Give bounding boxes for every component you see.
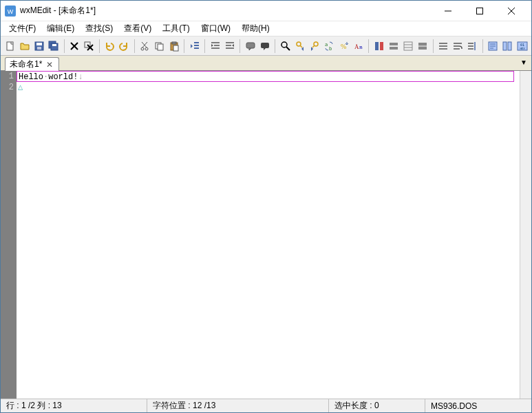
replace-button[interactable]: ab bbox=[323, 39, 336, 54]
svg-rect-25 bbox=[172, 42, 176, 44]
redo-button[interactable] bbox=[118, 39, 131, 54]
tab-dropdown-icon[interactable]: ▼ bbox=[520, 59, 527, 66]
bookmark-clear-button[interactable] bbox=[416, 39, 429, 54]
outdent-button[interactable] bbox=[209, 39, 222, 54]
svg-point-18 bbox=[141, 47, 144, 50]
wrap-window-button[interactable] bbox=[451, 39, 465, 54]
titlebar: W wxMEdit - [未命名1*] bbox=[1, 1, 531, 21]
menu-help[interactable]: 帮助(H) bbox=[236, 21, 275, 36]
svg-text:HEX: HEX bbox=[520, 47, 525, 50]
svg-text:W: W bbox=[8, 8, 14, 15]
svg-rect-36 bbox=[246, 43, 255, 48]
tab-file-1[interactable]: 未命名1* ✕ bbox=[5, 57, 59, 71]
app-icon: W bbox=[5, 6, 16, 17]
menu-search[interactable]: 查找(S) bbox=[80, 21, 118, 36]
menu-file[interactable]: 文件(F) bbox=[3, 21, 41, 36]
wrap-none-button[interactable] bbox=[436, 39, 449, 54]
status-char-pos: 字符位置 : 12 /13 bbox=[147, 399, 329, 412]
svg-line-43 bbox=[312, 45, 315, 47]
paste-button[interactable] bbox=[167, 39, 180, 54]
code-line-2: △ bbox=[17, 82, 520, 93]
svg-text:B: B bbox=[359, 45, 363, 50]
svg-point-38 bbox=[281, 42, 287, 47]
hex-mode-button[interactable]: 01HEX bbox=[515, 39, 529, 54]
svg-line-41 bbox=[300, 45, 302, 47]
svg-line-20 bbox=[142, 42, 147, 47]
svg-text:a: a bbox=[325, 42, 328, 47]
code-line-1: Hello·world!↓ bbox=[17, 71, 514, 82]
status-encoding: MS936.DOS bbox=[425, 399, 531, 412]
copy-button[interactable] bbox=[153, 39, 166, 54]
menubar: 文件(F) 编辑(E) 查找(S) 查看(V) 工具(T) 窗口(W) 帮助(H… bbox=[1, 21, 531, 36]
svg-rect-37 bbox=[261, 43, 269, 48]
svg-rect-12 bbox=[52, 44, 56, 46]
vertical-scrollbar[interactable] bbox=[520, 71, 531, 399]
svg-rect-49 bbox=[375, 42, 379, 50]
wrap-col-button[interactable] bbox=[466, 39, 479, 54]
svg-line-39 bbox=[286, 47, 290, 50]
svg-line-21 bbox=[142, 42, 147, 47]
save-button[interactable] bbox=[32, 39, 45, 54]
menu-view[interactable]: 查看(V) bbox=[118, 21, 157, 36]
svg-rect-9 bbox=[37, 47, 41, 50]
close-file-button[interactable] bbox=[67, 39, 81, 54]
svg-rect-53 bbox=[404, 42, 412, 50]
minimize-button[interactable] bbox=[432, 1, 464, 21]
svg-rect-73 bbox=[508, 42, 511, 50]
close-all-button[interactable] bbox=[83, 39, 96, 54]
undo-button[interactable] bbox=[103, 39, 116, 54]
line-number: 2 bbox=[1, 82, 17, 93]
menu-edit[interactable]: 编辑(E) bbox=[41, 21, 80, 36]
svg-rect-50 bbox=[380, 42, 383, 50]
svg-rect-3 bbox=[477, 8, 483, 14]
line-number-gutter: 1 2 bbox=[1, 71, 17, 399]
svg-rect-6 bbox=[7, 42, 13, 50]
svg-text:Å: Å bbox=[354, 43, 359, 50]
column-mode-button[interactable] bbox=[501, 39, 514, 54]
statusbar: 行 : 1 /2 列 : 13 字符位置 : 12 /13 选中长度 : 0 M… bbox=[1, 399, 531, 412]
find-prev-button[interactable] bbox=[308, 39, 321, 54]
status-row-col: 行 : 1 /2 列 : 13 bbox=[1, 399, 147, 412]
save-all-button[interactable] bbox=[47, 39, 60, 54]
open-file-button[interactable] bbox=[18, 39, 31, 54]
maximize-button[interactable] bbox=[464, 1, 496, 21]
svg-text:b: b bbox=[329, 46, 332, 52]
text-mode-button[interactable] bbox=[487, 39, 500, 54]
editor: 1 2 Hello·world!↓ △ bbox=[1, 71, 531, 399]
find-next-button[interactable] bbox=[293, 39, 306, 54]
svg-rect-26 bbox=[173, 45, 178, 51]
toolbar: ab % ÅB 01HEX bbox=[1, 36, 531, 56]
line-number: 1 bbox=[1, 71, 17, 82]
comment-button[interactable] bbox=[244, 39, 257, 54]
uncomment-button[interactable] bbox=[258, 39, 271, 54]
replace-symbol-button[interactable]: % bbox=[337, 39, 350, 54]
unindent-button[interactable] bbox=[223, 39, 236, 54]
find-button[interactable] bbox=[279, 39, 292, 54]
bookmark-next-button[interactable] bbox=[387, 39, 400, 54]
bookmark-prev-button[interactable] bbox=[401, 39, 414, 54]
svg-rect-51 bbox=[390, 43, 398, 45]
bookmark-toggle-button[interactable] bbox=[372, 39, 385, 54]
new-file-button[interactable] bbox=[3, 39, 17, 54]
menu-window[interactable]: 窗口(W) bbox=[195, 21, 236, 36]
status-sel-len: 选中长度 : 0 bbox=[329, 399, 425, 412]
svg-rect-72 bbox=[503, 42, 507, 50]
svg-rect-8 bbox=[36, 43, 42, 45]
tab-close-icon[interactable]: ✕ bbox=[45, 60, 54, 70]
svg-rect-23 bbox=[158, 44, 163, 50]
window-title: wxMEdit - [未命名1*] bbox=[20, 5, 432, 17]
svg-point-19 bbox=[145, 47, 148, 50]
menu-tools[interactable]: 工具(T) bbox=[157, 21, 195, 36]
chars-button[interactable]: ÅB bbox=[352, 39, 365, 54]
svg-rect-52 bbox=[390, 47, 398, 50]
close-button[interactable] bbox=[496, 1, 527, 21]
cut-button[interactable] bbox=[138, 39, 151, 54]
tabbar: 未命名1* ✕ ▼ bbox=[1, 56, 531, 71]
tab-label: 未命名1* bbox=[10, 59, 42, 70]
text-area[interactable]: Hello·world!↓ △ bbox=[17, 71, 520, 399]
indent-button[interactable] bbox=[188, 39, 201, 54]
